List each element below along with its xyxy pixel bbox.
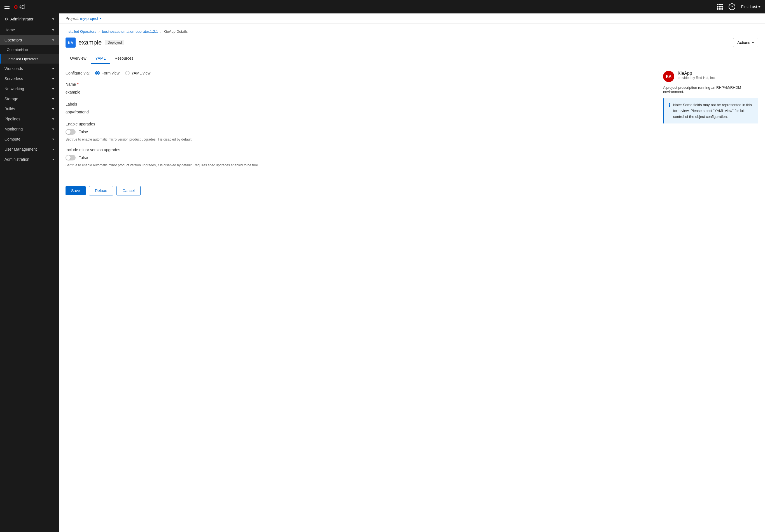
user-name: First Last [741,4,757,9]
form-column: Configure via: Form view YAML view [66,71,652,202]
content-grid: Configure via: Form view YAML view [66,71,758,202]
info-panel-icon: KA [663,71,674,82]
actions-button-label: Actions [737,40,750,45]
page-header-actions: Actions [733,38,758,47]
breadcrumb-installed-operators[interactable]: Installed Operators [66,29,96,34]
minor-upgrades-toggle-knob [66,155,71,160]
labels-form-group: Labels [66,102,652,116]
project-caret-icon[interactable] [99,18,102,19]
sidebar-item-operators-caret-icon [52,40,54,41]
radio-form-view[interactable]: Form view [95,71,120,75]
tab-resources-label: Resources [115,56,133,61]
info-panel-title: KieApp [678,71,715,76]
sidebar-item-builds[interactable]: Builds [0,104,59,114]
sidebar-role-name: Administrator [10,17,52,21]
topnav-right: ? First Last [717,3,761,10]
sidebar-role-caret-icon [52,18,54,20]
sidebar-item-home-caret-icon [52,29,54,31]
configure-row: Configure via: Form view YAML view [66,71,652,75]
enable-upgrades-label: Enable upgrades [66,122,652,126]
sidebar-item-workloads-caret-icon [52,68,54,69]
tab-resources[interactable]: Resources [110,53,138,64]
project-name[interactable]: my-project [80,16,98,21]
sidebar-item-storage-label: Storage [4,97,52,101]
breadcrumb-operator-name[interactable]: businessautomation-operator.1.2.1 [102,29,158,34]
sidebar-item-serverless[interactable]: Serverless [0,74,59,84]
sidebar-item-networking-label: Networking [4,87,52,91]
sidebar-item-user-management-label: User Management [4,147,52,152]
sidebar-item-pipelines-caret-icon [52,119,54,120]
sidebar-item-administration[interactable]: Administration [0,154,59,164]
radio-form-view-label: Form view [101,71,120,75]
sidebar-item-monitoring[interactable]: Monitoring [0,124,59,134]
sidebar-item-networking[interactable]: Networking [0,84,59,94]
actions-button[interactable]: Actions [733,38,758,47]
logo-o: o [14,3,18,10]
radio-form-view-circle [95,71,100,75]
tab-yaml[interactable]: YAML [91,53,110,64]
configure-label: Configure via: [66,71,90,75]
name-input[interactable] [66,88,652,96]
minor-upgrades-value: False [78,155,88,160]
info-panel-icon-text: KA [666,74,671,79]
enable-upgrades-toggle-row: False [66,129,652,135]
sidebar-item-workloads-label: Workloads [4,66,52,71]
reload-button[interactable]: Reload [89,186,113,196]
sidebar-item-monitoring-label: Monitoring [4,127,52,131]
project-bar: Project: my-project [59,13,765,24]
breadcrumb-sep-2: › [160,29,161,34]
sidebar-item-storage[interactable]: Storage [0,94,59,104]
breadcrumb-current: KieApp Details [164,29,188,34]
info-panel-title-block: KieApp provided by Red Hat, Inc. [678,71,715,80]
sidebar-item-home[interactable]: Home [0,25,59,35]
help-icon[interactable]: ? [729,3,735,10]
sidebar-item-administration-caret-icon [52,159,54,160]
user-caret-icon [758,6,761,8]
enable-upgrades-toggle[interactable] [66,129,76,135]
sidebar-item-operators[interactable]: Operators [0,35,59,45]
logo: okd [14,3,25,10]
user-menu[interactable]: First Last [741,4,761,9]
apps-grid-icon[interactable] [717,4,723,10]
radio-yaml-view[interactable]: YAML view [125,71,150,75]
tab-overview-label: Overview [70,56,86,61]
main-content: Project: my-project Installed Operators … [59,13,765,532]
save-button[interactable]: Save [66,186,86,195]
sidebar-item-builds-caret-icon [52,108,54,110]
sidebar-item-compute-caret-icon [52,139,54,140]
hamburger-menu[interactable] [4,5,10,9]
sidebar: ⚙ Administrator Home Operators OperatorH… [0,13,59,532]
name-required-star: * [77,82,78,87]
enable-upgrades-value: False [78,130,88,134]
sidebar-item-pipelines[interactable]: Pipelines [0,114,59,124]
cancel-button[interactable]: Cancel [117,186,141,196]
logo-kd: kd [18,3,25,10]
labels-input[interactable] [66,108,652,116]
sidebar-subitem-installed-operators[interactable]: Installed Operators [0,54,59,64]
sidebar-item-serverless-label: Serverless [4,76,52,81]
sidebar-role[interactable]: ⚙ Administrator [0,13,59,25]
sidebar-item-workloads[interactable]: Workloads [0,64,59,74]
info-note-text: Note: Some fields may not be represented… [673,102,754,120]
minor-upgrades-hint: Set true to enable automatic minor produ… [66,163,652,168]
sidebar-item-administration-label: Administration [4,157,52,162]
enable-upgrades-toggle-knob [66,130,71,134]
sidebar-item-home-label: Home [4,28,52,32]
sidebar-item-compute-label: Compute [4,137,52,141]
page-header-title: example [78,39,102,46]
sidebar-item-storage-caret-icon [52,98,54,100]
tab-overview[interactable]: Overview [66,53,91,64]
sidebar-item-operators-label: Operators [4,38,52,42]
info-note: ℹ Note: Some fields may not be represent… [663,98,758,124]
info-panel: KA KieApp provided by Red Hat, Inc. A pr… [663,71,758,202]
radio-yaml-view-label: YAML view [131,71,150,75]
minor-upgrades-toggle-row: False [66,155,652,161]
sidebar-item-user-management[interactable]: User Management [0,144,59,154]
sidebar-subitem-operatorhub[interactable]: OperatorHub [0,45,59,54]
name-form-group: Name * [66,82,652,96]
sidebar-item-compute[interactable]: Compute [0,134,59,144]
sidebar-subitem-operatorhub-label: OperatorHub [7,48,28,52]
labels-label: Labels [66,102,652,106]
bottom-actions: Save Reload Cancel [66,179,652,202]
minor-upgrades-toggle[interactable] [66,155,76,161]
